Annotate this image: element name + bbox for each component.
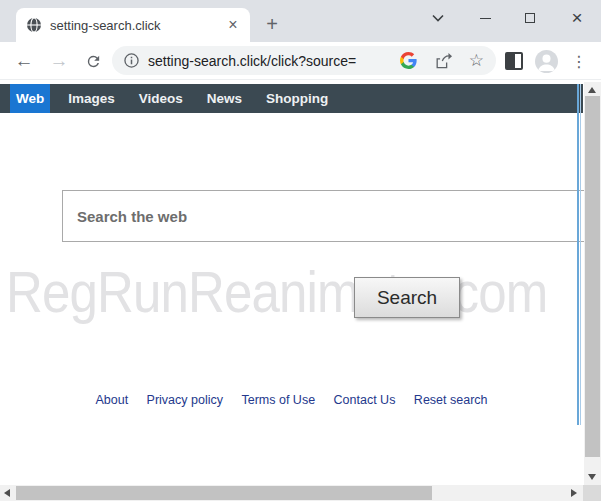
- horizontal-scrollbar[interactable]: [0, 485, 583, 501]
- reload-button[interactable]: [80, 42, 106, 80]
- page-edge-line-light: [580, 84, 581, 425]
- side-panel-icon[interactable]: [505, 52, 523, 70]
- browser-toolbar: ← → setting-search.click/click?source= ☆: [0, 42, 601, 80]
- watermark-text: RegRunReanimator.com: [6, 258, 547, 325]
- search-button[interactable]: Search: [354, 277, 460, 318]
- forward-button[interactable]: →: [46, 42, 72, 80]
- footer-link-contact-us[interactable]: Contact Us: [334, 393, 396, 407]
- footer-links: About Privacy policy Terms of Use Contac…: [0, 390, 583, 408]
- scroll-down-icon[interactable]: [588, 474, 596, 480]
- footer-link-terms-of-use[interactable]: Terms of Use: [241, 393, 315, 407]
- vertical-scrollbar[interactable]: [584, 82, 601, 485]
- tab-search-chevron-icon[interactable]: [422, 5, 454, 31]
- browser-menu-icon[interactable]: ⋮: [569, 42, 589, 80]
- share-icon[interactable]: [434, 53, 452, 69]
- maximize-button[interactable]: [514, 5, 546, 31]
- google-logo-icon[interactable]: [400, 52, 417, 69]
- globe-favicon-icon: [26, 17, 42, 33]
- bookmark-star-icon[interactable]: ☆: [469, 52, 484, 69]
- nav-tab-web[interactable]: Web: [10, 84, 50, 113]
- footer-link-privacy-policy[interactable]: Privacy policy: [147, 393, 223, 407]
- nav-tab-images[interactable]: Images: [56, 84, 127, 113]
- nav-tab-videos[interactable]: Videos: [127, 84, 195, 113]
- new-tab-button[interactable]: +: [258, 11, 286, 37]
- site-info-icon[interactable]: [124, 53, 139, 68]
- scroll-left-icon[interactable]: [4, 489, 10, 497]
- footer-link-reset-search[interactable]: Reset search: [414, 393, 488, 407]
- profile-avatar[interactable]: [535, 50, 558, 73]
- minimize-icon: [480, 18, 491, 19]
- page-edge-line: [577, 84, 579, 425]
- tab-close-icon[interactable]: ×: [224, 16, 242, 34]
- browser-window: setting-search.click × + × ← → setting-s…: [0, 0, 601, 501]
- horizontal-scroll-thumb[interactable]: [16, 486, 432, 500]
- window-close-button[interactable]: ×: [561, 5, 593, 31]
- nav-tab-news[interactable]: News: [195, 84, 254, 113]
- back-button[interactable]: ←: [11, 42, 37, 80]
- vertical-scroll-thumb[interactable]: [585, 96, 600, 457]
- maximize-icon: [525, 13, 535, 23]
- search-input[interactable]: [62, 190, 601, 242]
- site-navbar: Web Images Videos News Shopping: [0, 84, 583, 113]
- scroll-up-icon[interactable]: [588, 87, 596, 93]
- browser-tab[interactable]: setting-search.click ×: [16, 8, 250, 42]
- nav-tab-shopping[interactable]: Shopping: [254, 84, 340, 113]
- footer-link-about[interactable]: About: [95, 393, 128, 407]
- minimize-button[interactable]: [469, 5, 501, 31]
- scrollbar-corner: [583, 485, 601, 501]
- tab-title: setting-search.click: [50, 18, 224, 33]
- address-bar[interactable]: setting-search.click/click?source= ☆: [112, 46, 496, 75]
- url-text[interactable]: setting-search.click/click?source=: [148, 53, 392, 69]
- scroll-right-icon[interactable]: [571, 489, 577, 497]
- tab-strip: setting-search.click × + ×: [0, 0, 601, 42]
